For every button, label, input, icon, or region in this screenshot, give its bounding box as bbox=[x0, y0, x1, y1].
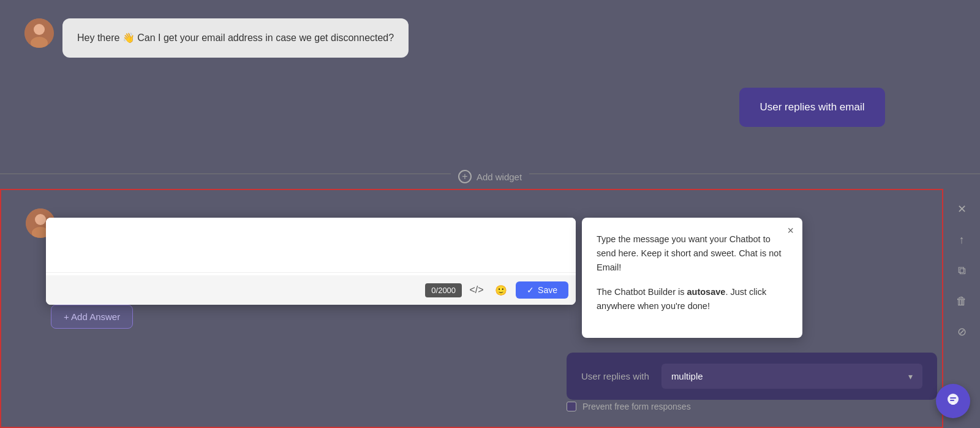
avatar-image bbox=[24, 18, 54, 48]
bot-message-text: Hey there 👋 Can I get your email address… bbox=[77, 32, 394, 43]
user-reply-label: User replies with email bbox=[760, 101, 865, 113]
add-answer-button[interactable]: + Add Answer bbox=[51, 305, 133, 329]
save-checkmark: ✓ bbox=[527, 285, 534, 295]
add-widget-circle-icon: + bbox=[458, 170, 472, 183]
user-reply-button[interactable]: User replies with email bbox=[739, 88, 885, 127]
bot-message-row: Hey there 👋 Can I get your email address… bbox=[24, 18, 956, 58]
close-icon[interactable]: ✕ bbox=[951, 198, 973, 220]
prevent-checkbox[interactable] bbox=[567, 402, 576, 411]
message-textarea[interactable] bbox=[46, 218, 576, 273]
text-editor-modal: 0/2000 </> 🙂 ✓ Save bbox=[46, 218, 576, 305]
add-widget-row: + Add widget bbox=[0, 164, 980, 189]
arrow-up-icon[interactable]: ↑ bbox=[951, 229, 973, 251]
tooltip-text-2: The Chatbot Builder is autosave. Just cl… bbox=[597, 285, 788, 313]
prevent-row: Prevent free form responses bbox=[567, 402, 937, 411]
add-answer-label: + Add Answer bbox=[64, 311, 120, 322]
emoji-icon: 🙂 bbox=[495, 285, 507, 296]
emoji-button[interactable]: 🙂 bbox=[491, 280, 511, 300]
user-replies-label: User replies with bbox=[581, 371, 649, 381]
user-replies-panel: User replies with multiple ▾ bbox=[567, 353, 937, 400]
add-widget-label: Add widget bbox=[477, 172, 522, 182]
code-button[interactable]: </> bbox=[467, 280, 486, 300]
tooltip-popup: × Type the message you want your Chatbot… bbox=[582, 218, 802, 338]
save-label: Save bbox=[538, 285, 557, 295]
trash-icon[interactable]: 🗑 bbox=[951, 290, 973, 312]
char-count: 0/2000 bbox=[425, 283, 462, 297]
chat-widget-button[interactable] bbox=[936, 384, 970, 418]
svg-point-4 bbox=[35, 214, 46, 225]
user-replies-select[interactable]: multiple ▾ bbox=[662, 364, 922, 389]
avatar bbox=[24, 18, 54, 48]
prevent-label: Prevent free form responses bbox=[582, 402, 691, 411]
copy-icon[interactable]: ⧉ bbox=[951, 259, 973, 281]
editor-toolbar: 0/2000 </> 🙂 ✓ Save bbox=[46, 275, 576, 305]
svg-point-1 bbox=[34, 24, 45, 35]
svg-rect-7 bbox=[950, 397, 956, 399]
svg-rect-8 bbox=[950, 400, 954, 401]
add-widget-button[interactable]: + Add widget bbox=[451, 170, 529, 183]
bot-message-bubble: Hey there 👋 Can I get your email address… bbox=[62, 18, 409, 58]
chat-widget-icon bbox=[945, 392, 961, 411]
save-button[interactable]: ✓ Save bbox=[516, 281, 568, 299]
tooltip-text-1: Type the message you want your Chatbot t… bbox=[597, 232, 788, 275]
chevron-down-icon: ▾ bbox=[908, 372, 913, 381]
tooltip-close-button[interactable]: × bbox=[787, 225, 794, 236]
code-icon: </> bbox=[470, 285, 484, 296]
alert-icon[interactable]: ⊘ bbox=[951, 321, 973, 343]
select-value: multiple bbox=[671, 371, 703, 381]
